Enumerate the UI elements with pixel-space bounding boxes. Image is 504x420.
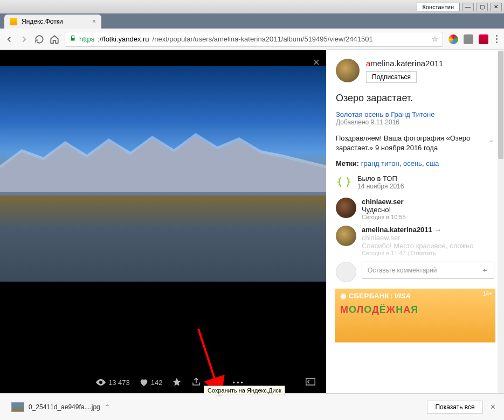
commenter-name[interactable]: chiniaew.ser <box>362 198 406 206</box>
favicon-icon <box>10 18 17 25</box>
fullscreen-icon[interactable] <box>306 378 315 387</box>
extension-icon-3[interactable] <box>479 34 488 44</box>
tab-title: Яндекс.Фотки <box>22 18 63 25</box>
reply-link[interactable]: Ответить <box>411 250 436 256</box>
browser-menu-button[interactable] <box>494 33 500 45</box>
home-button[interactable] <box>50 34 59 44</box>
album-link[interactable]: Золотая осень в Гранд Титоне <box>336 110 494 118</box>
comment-text: Спасибо! Место красивое, сложно <box>362 242 473 250</box>
svg-rect-4 <box>306 379 315 385</box>
download-filename: 0_25411d_ae949fa....jpg <box>29 403 100 411</box>
commenter-avatar[interactable] <box>336 226 356 246</box>
lock-icon <box>70 34 76 44</box>
photo-title: Озеро зарастает. <box>336 93 494 104</box>
address-bar[interactable]: https://fotki.yandex.ru/next/popular/use… <box>65 32 443 47</box>
comment-input[interactable]: Оставьте комментарий ↵ <box>362 262 494 279</box>
comment-placeholder: Оставьте комментарий <box>368 267 437 274</box>
scrollbar-thumb[interactable] <box>498 51 503 159</box>
back-button[interactable] <box>4 34 14 44</box>
tags-block: Метки: гранд титон, осень, сша <box>336 159 494 167</box>
download-thumbnail-icon <box>11 402 24 412</box>
minimize-button[interactable]: — <box>462 3 474 11</box>
added-date: Добавлено 9.11.2016 <box>336 118 494 126</box>
bookmark-star-icon[interactable]: ☆ <box>432 35 438 43</box>
url-host: ://fotki.yandex.ru <box>98 35 149 43</box>
user-button[interactable]: Константин <box>417 3 460 11</box>
congrats-text: Поздравляем! Ваша фотография «Озеро зара… <box>336 134 494 153</box>
current-user-avatar <box>336 262 356 282</box>
close-window-button[interactable]: ✕ <box>490 3 502 11</box>
photo-image[interactable] <box>0 66 326 282</box>
browser-tab[interactable]: Яндекс.Фотки × <box>4 15 101 29</box>
author-avatar[interactable] <box>336 59 360 82</box>
top-date: 14 ноября 2016 <box>357 183 404 190</box>
url-protocol: https <box>79 35 94 43</box>
comment: chiniaew.ser Чудесно! Сегодня в 10:55 <box>336 198 494 220</box>
top-label: Было в ТОП <box>357 174 404 183</box>
ad-age-label: 14+ <box>483 291 492 297</box>
tag-link[interactable]: сша <box>426 159 439 167</box>
views-stat: 13 473 <box>96 379 130 387</box>
commenter-name[interactable]: amelina.katerina2011 → <box>362 226 473 234</box>
ad-brand: ◉ СБЕРБАНК <box>340 292 389 300</box>
extension-icon-2[interactable] <box>464 34 473 44</box>
page-content: × 13 473 142 ••• Сохранить на Яндекс.Дис… <box>0 50 504 393</box>
maximize-button[interactable]: ▢ <box>476 3 488 11</box>
comment-text: Чудесно! <box>362 206 406 214</box>
tag-link[interactable]: осень <box>403 159 422 167</box>
comment: amelina.katerina2011 → chiniaew.ser Спас… <box>336 226 494 256</box>
download-item[interactable]: 0_25411d_ae949fa....jpg ⌃ <box>6 400 115 415</box>
info-sidebar: amelina.katerina2011 Подписаться Озеро з… <box>326 50 504 393</box>
ad-visa: VISA <box>394 292 410 300</box>
tab-strip: Яндекс.Фотки × <box>0 13 504 29</box>
reply-to-name[interactable]: chiniaew.ser <box>362 234 473 242</box>
sidebar-scrollbar[interactable] <box>498 50 504 393</box>
laurel-icon <box>336 174 352 190</box>
comment-time: Сегодня в 11:47 | Ответить <box>362 250 473 256</box>
browser-toolbar: https://fotki.yandex.ru/next/popular/use… <box>0 29 504 50</box>
commenter-avatar[interactable] <box>336 198 356 218</box>
show-all-downloads-button[interactable]: Показать все <box>427 401 482 414</box>
submit-icon[interactable]: ↵ <box>483 267 488 274</box>
tag-link[interactable]: гранд титон <box>361 159 399 167</box>
close-viewer-icon[interactable]: × <box>313 55 320 69</box>
photo-viewer: × 13 473 142 ••• Сохранить на Яндекс.Дис… <box>0 50 326 393</box>
downloads-bar: 0_25411d_ae949fa....jpg ⌃ Показать все × <box>0 393 504 420</box>
extension-icon-1[interactable] <box>448 34 458 44</box>
favorite-star-icon[interactable] <box>172 377 182 388</box>
reply-area: Оставьте комментарий ↵ <box>336 262 494 279</box>
subscribe-button[interactable]: Подписаться <box>366 71 417 83</box>
share-icon[interactable] <box>191 377 201 388</box>
close-downloads-bar-icon[interactable]: × <box>488 400 498 414</box>
window-titlebar: Константин — ▢ ✕ <box>0 0 504 13</box>
tags-label: Метки: <box>336 159 359 167</box>
save-tooltip: Сохранить на Яндекс.Диск <box>204 386 285 395</box>
url-path: /next/popular/users/amelina-katerina2011… <box>153 35 373 43</box>
author-username[interactable]: amelina.katerina2011 <box>366 59 443 68</box>
reload-button[interactable] <box>34 34 44 44</box>
author-block: amelina.katerina2011 Подписаться <box>336 59 494 83</box>
likes-stat[interactable]: 142 <box>140 379 163 387</box>
top-badge: Было в ТОП 14 ноября 2016 <box>336 174 494 190</box>
advertisement[interactable]: 14+ ◉ СБЕРБАНК | VISA МОЛОДЁЖНАЯ <box>335 289 495 342</box>
forward-button[interactable] <box>19 34 29 44</box>
expand-chevron-icon[interactable]: ⌄ <box>488 135 494 145</box>
tab-close-icon[interactable]: × <box>92 18 96 25</box>
download-chevron-icon[interactable]: ⌃ <box>105 403 110 411</box>
svg-point-3 <box>212 379 222 382</box>
comment-time: Сегодня в 10:55 <box>362 214 406 220</box>
ad-headline: МОЛОДЁЖНАЯ <box>340 304 490 316</box>
